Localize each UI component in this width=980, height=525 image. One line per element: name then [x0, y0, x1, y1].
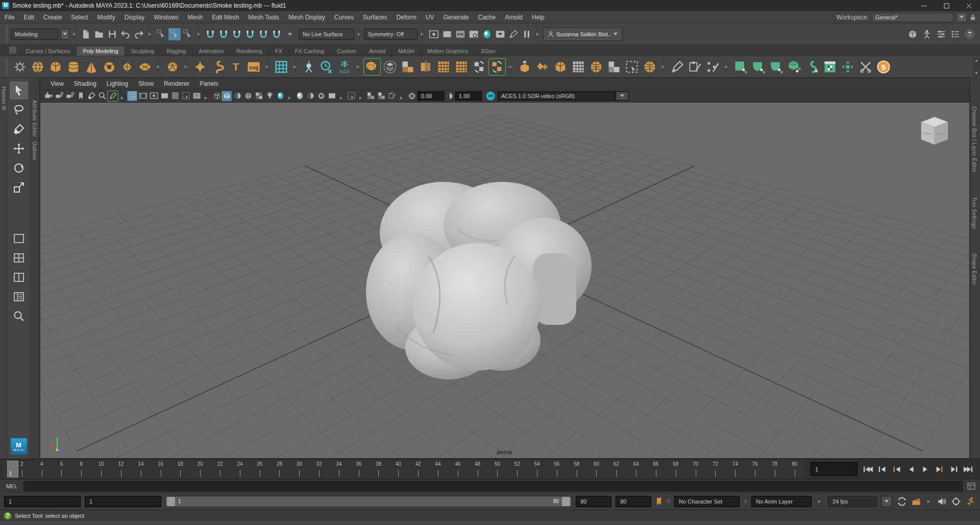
fps-arrow-icon[interactable] — [881, 496, 892, 507]
close-button[interactable] — [958, 0, 980, 11]
pane-pen-icon[interactable] — [387, 91, 397, 101]
workspace-dropdown-arrow-icon[interactable] — [957, 13, 967, 22]
step-forward-key-button[interactable] — [947, 463, 961, 475]
poly-plane-icon[interactable] — [119, 59, 135, 75]
snap-curve-icon[interactable] — [217, 28, 230, 40]
tab-tool-settings[interactable]: Tool Settings — [970, 195, 978, 231]
menu-windows[interactable]: Windows — [149, 11, 183, 23]
move-tool[interactable] — [10, 140, 28, 157]
range-end-handle[interactable] — [562, 497, 570, 506]
safe-action-icon[interactable] — [181, 91, 191, 101]
fps-dropdown[interactable]: 24 fps — [828, 496, 877, 507]
menu-curves[interactable]: Curves — [330, 11, 358, 23]
select-hierarchy-icon[interactable] — [155, 28, 167, 40]
exposure-contrast-icon[interactable] — [327, 91, 337, 101]
open-scene-icon[interactable] — [93, 28, 105, 40]
menu-mesh[interactable]: Mesh — [183, 11, 207, 23]
grid-toggle-icon[interactable] — [127, 91, 137, 101]
snap-options-arrow-icon[interactable] — [284, 28, 296, 40]
shelf-grip[interactable] — [5, 58, 8, 76]
shelf-tab-rendering[interactable]: Rendering — [230, 46, 269, 56]
cut-uv-icon[interactable] — [857, 59, 874, 75]
menu-help[interactable]: Help — [527, 11, 549, 23]
svg-tool-icon[interactable]: svg — [246, 59, 262, 75]
planar-mapping-icon[interactable] — [732, 59, 749, 75]
extrude-icon[interactable] — [517, 59, 533, 75]
rotate-tool[interactable] — [10, 159, 28, 177]
snap-grid-icon[interactable] — [204, 28, 216, 40]
character-set-arrow-icon[interactable]: ▽ — [667, 499, 670, 504]
statusline-separator[interactable] — [535, 28, 541, 41]
mute-audio-icon[interactable] — [936, 496, 947, 507]
smoke-mesh[interactable] — [40, 103, 969, 458]
separate-icon[interactable] — [382, 59, 398, 75]
boolean-icon[interactable] — [400, 59, 416, 75]
menu-create[interactable]: Create — [39, 11, 66, 23]
menu-file[interactable]: File — [0, 11, 19, 23]
select-tool[interactable] — [10, 82, 28, 99]
spherical-mapping-icon[interactable] — [768, 59, 785, 75]
layout-two-pane-button[interactable] — [10, 269, 28, 286]
channel-box-icon[interactable] — [935, 28, 947, 40]
substance-icon[interactable]: 5 — [875, 59, 892, 75]
shelf-tab-animation[interactable]: Animation — [192, 46, 230, 56]
menu-display[interactable]: Display — [120, 11, 149, 23]
lock-camera-icon[interactable] — [54, 91, 64, 101]
current-frame-marker[interactable]: 1 — [7, 461, 18, 478]
select-camera-icon[interactable] — [43, 91, 54, 101]
sphere-project-icon[interactable] — [642, 59, 658, 75]
viewport-menu-panels[interactable]: Panels — [194, 78, 224, 90]
field-chart-icon[interactable] — [170, 91, 180, 101]
exposure-field[interactable]: 0.00 — [418, 91, 444, 101]
smooth-icon[interactable] — [435, 59, 452, 75]
poly-cylinder-icon[interactable] — [65, 59, 82, 75]
bevel-icon[interactable] — [534, 59, 551, 75]
layout-persp-outliner-button[interactable] — [10, 288, 28, 305]
render-settings-icon[interactable] — [468, 28, 480, 40]
poly-cone-icon[interactable] — [83, 59, 100, 75]
colorspace-arrow-icon[interactable] — [616, 91, 629, 101]
tab-attribute-editor[interactable]: Attribute Editor — [31, 98, 38, 139]
timeline-ruler[interactable]: 1 24681012141618202224262830323436384042… — [2, 460, 804, 478]
pause-viewport-icon[interactable] — [521, 28, 533, 40]
content-browser-button[interactable] — [10, 307, 28, 325]
statusline-separator[interactable] — [72, 28, 77, 41]
grease-pencil-icon[interactable] — [108, 91, 118, 101]
menu-surfaces[interactable]: Surfaces — [358, 11, 391, 23]
maximize-button[interactable] — [935, 0, 958, 11]
modeling-toolkit-window-icon[interactable] — [273, 59, 289, 75]
xray-active-icon[interactable] — [316, 91, 326, 101]
viewport-menu-lighting[interactable]: Lighting — [102, 78, 133, 90]
poly-cube-icon[interactable] — [47, 59, 64, 75]
safe-title-icon[interactable]: T — [191, 91, 202, 101]
anim-layer-field[interactable]: No Anim Layer — [751, 496, 812, 507]
redo-icon[interactable] — [133, 28, 145, 40]
modeling-toolkit-icon[interactable] — [906, 28, 919, 40]
unfold-icon[interactable] — [840, 59, 856, 75]
shelf-tab-fx-caching[interactable]: FX Caching — [289, 46, 331, 56]
menu-uv[interactable]: UV — [421, 11, 439, 23]
mel-input[interactable] — [23, 481, 963, 491]
edit-edge-flow-icon[interactable] — [687, 59, 703, 75]
viewport-menu-renderer[interactable]: Renderer — [159, 78, 194, 90]
select-component-icon[interactable] — [182, 28, 194, 40]
playback-start-field[interactable]: 1 — [85, 496, 161, 507]
shadows-icon[interactable] — [275, 91, 285, 101]
shelf-tab-custom[interactable]: Custom — [331, 46, 363, 56]
playback-loop-icon[interactable] — [896, 496, 908, 507]
ipr-render-icon[interactable]: IPR — [454, 28, 467, 40]
poly-helix-icon[interactable] — [210, 59, 226, 75]
statusline-separator[interactable] — [148, 28, 153, 41]
crease-tool-icon[interactable] — [669, 59, 685, 75]
gate-mask-icon[interactable] — [159, 91, 169, 101]
menu-set-arrow-icon[interactable] — [60, 29, 69, 40]
layer-editor-icon[interactable] — [964, 28, 976, 40]
snap-surface-icon[interactable] — [271, 28, 283, 40]
menu-edit[interactable]: Edit — [19, 11, 39, 23]
color-management-toggle[interactable]: ON — [486, 91, 495, 101]
contour-stretch-icon[interactable] — [804, 59, 820, 75]
tab-human-ik[interactable]: Human IK — [0, 85, 8, 113]
humanik-window-icon[interactable] — [921, 28, 933, 40]
snap-point-icon[interactable] — [231, 28, 243, 40]
scale-tool[interactable] — [10, 179, 28, 196]
